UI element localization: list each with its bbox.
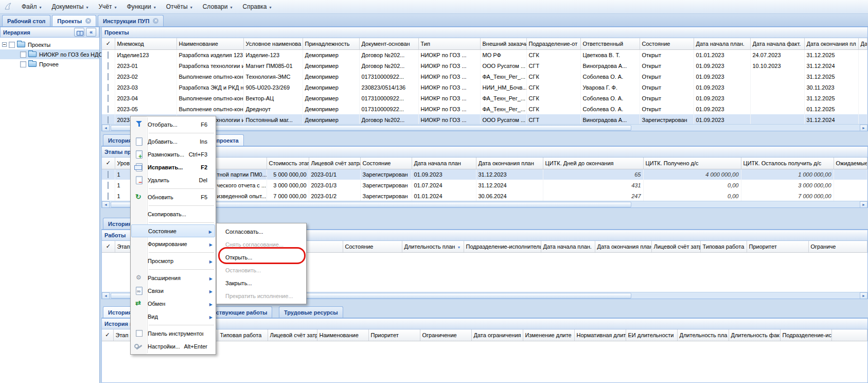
menubar-item[interactable]: Словари [198, 2, 238, 12]
column-header[interactable]: Уров [115, 158, 132, 169]
table-row[interactable]: 2023-05 Выполнение опытно-конс... Дредно… [102, 103, 867, 114]
table-row[interactable]: 2023-03 Разработка ЭКД и РКД н... 905-U0… [102, 82, 867, 93]
table-row[interactable]: 1 изведенной опыт... 7 000 000,00 2023-0… [102, 190, 867, 201]
check-column-header[interactable]: ✓ [102, 329, 113, 341]
column-header[interactable]: Подразделение-исполнитель. [464, 241, 541, 252]
column-header[interactable]: Ожидаемые [834, 158, 867, 169]
context-menu-item[interactable]: Связи [131, 284, 215, 297]
close-icon[interactable] [85, 18, 91, 24]
table-row[interactable]: 2023-01вар... Разработка технологии и...… [102, 114, 867, 124]
tree-item-other[interactable]: Прочее [0, 59, 99, 69]
column-header[interactable]: Дата окончания план [476, 158, 543, 169]
context-menu-item[interactable]: Добавить... Ins [131, 135, 215, 148]
submenu-item[interactable]: Согласовать... [217, 225, 306, 238]
tree-checkbox[interactable] [9, 42, 15, 48]
column-header[interactable]: Типовая работа [700, 241, 747, 252]
column-header[interactable]: Длительность фак [729, 329, 780, 341]
search-icon[interactable] [74, 28, 84, 37]
tab-projects[interactable]: Проекты [52, 15, 96, 26]
column-header[interactable]: Условное наименова [243, 38, 303, 49]
submenu-item[interactable]: Открыть... [217, 251, 306, 264]
column-header[interactable]: Длительность пла [677, 329, 729, 341]
column-header[interactable]: Дата окончания пл [804, 38, 858, 49]
column-header[interactable]: Документ-основан [359, 38, 418, 49]
column-header[interactable]: Лицевой счёт затр [651, 241, 700, 252]
column-header[interactable]: Тип [418, 38, 480, 49]
check-column-header[interactable]: ✓ [102, 158, 115, 169]
table-row[interactable]: 1 тной партии ПМ0... 5 000 000,00 2023-0… [102, 169, 867, 180]
column-header[interactable]: Дата окончания ф [858, 38, 867, 49]
column-header[interactable]: Дата ограничения [471, 329, 523, 341]
row-checkbox[interactable] [108, 182, 109, 189]
row-checkbox[interactable] [108, 62, 109, 69]
row-checkbox[interactable] [108, 51, 109, 59]
row-checkbox[interactable] [108, 193, 109, 200]
column-header[interactable]: Нормативная длит [574, 329, 626, 341]
column-header[interactable]: Состояние [640, 38, 694, 49]
context-menu-item[interactable]: Формирование [131, 237, 215, 250]
menubar-item[interactable]: Файл [16, 2, 47, 12]
table-row[interactable]: 2023-01 Разработка технологии и... Магни… [102, 60, 867, 71]
context-menu-item[interactable]: Исправить... F2 [131, 161, 215, 173]
collapse-node-icon[interactable] [2, 42, 7, 47]
context-menu-item[interactable]: Расширения [131, 271, 215, 284]
column-header[interactable]: Принадлежность [303, 38, 359, 49]
close-icon[interactable] [153, 18, 158, 24]
column-header[interactable]: Мнемокод [115, 38, 176, 49]
column-header[interactable] [831, 329, 867, 341]
scroll-right-icon[interactable]: ► [860, 201, 867, 208]
column-header[interactable]: Приоритет [747, 241, 808, 252]
menubar-item[interactable]: Учёт [93, 2, 121, 12]
context-menu-item[interactable]: Панель инструментов [131, 327, 215, 340]
column-header[interactable]: Дата окончания план [595, 241, 651, 252]
column-header[interactable]: ЦИТК. Получено д/с [643, 158, 741, 169]
column-header[interactable]: Приоритет [368, 329, 420, 341]
context-menu-item[interactable]: Обновить F5 [131, 190, 215, 203]
scroll-right-icon[interactable]: ► [860, 125, 867, 131]
column-header[interactable]: Дата начала план. [694, 38, 750, 49]
tab-desktop[interactable]: Рабочий стол [2, 15, 50, 26]
scroll-left-icon[interactable]: ◄ [102, 201, 110, 208]
context-menu-item[interactable]: Просмотр [131, 254, 215, 267]
scroll-left-icon[interactable]: ◄ [102, 125, 110, 131]
column-header[interactable]: ЦИТК. Дней до окончания [543, 158, 643, 169]
row-checkbox[interactable] [108, 116, 109, 124]
context-menu-item[interactable]: Скопировать... [131, 207, 215, 220]
scroll-left-icon[interactable]: ◄ [102, 292, 110, 299]
table-row[interactable]: Изделие123 Разработка изделия 123 Издели… [102, 49, 867, 60]
column-header[interactable]: Лицевой счёт затр [268, 329, 317, 341]
row-checkbox[interactable] [108, 171, 109, 178]
column-header[interactable]: Изменение длите [523, 329, 574, 341]
menubar-item[interactable]: Отчёты [161, 2, 198, 12]
column-header[interactable]: Ограниче [808, 241, 867, 252]
context-menu-item[interactable]: Вид [131, 310, 215, 323]
column-header[interactable]: Подразделение-ис [780, 329, 831, 341]
row-checkbox[interactable] [108, 106, 109, 113]
column-header[interactable]: Лицевой счёт затрат. [309, 158, 360, 169]
context-menu-item[interactable]: Удалить Del [131, 173, 215, 186]
menubar-item[interactable]: Документы [47, 2, 94, 12]
column-header[interactable]: Ограничение [420, 329, 471, 341]
scroll-right-icon[interactable]: ► [860, 292, 867, 299]
table-row[interactable]: 1 ческого отчета с ... 3 000 000,00 2023… [102, 180, 867, 190]
menubar-item[interactable]: Справка [237, 2, 276, 12]
column-header[interactable]: Внешний заказчик [480, 38, 526, 49]
column-header[interactable]: Наименование [176, 38, 243, 49]
column-header[interactable]: ЦИТК. Осталось получить д/с [741, 158, 834, 169]
context-menu-item[interactable]: Размножить... Ctrl+F3 [131, 148, 215, 161]
tree-checkbox[interactable] [20, 51, 26, 58]
tab-labor-resources[interactable]: Трудовые ресурсы [279, 306, 343, 318]
context-menu-item[interactable]: Состояние [131, 224, 215, 237]
column-header[interactable]: Стоимость этапа [267, 158, 309, 169]
tree-item-niokr[interactable]: НИОКР по ГОЗ без НДС [0, 49, 99, 59]
context-menu-item[interactable]: Настройки... Alt+Enter [131, 340, 215, 353]
column-header[interactable]: Дата начала план [412, 158, 476, 169]
column-header[interactable]: Подразделение-от [526, 38, 580, 49]
table-row[interactable]: 2023-04 Выполнение опытно-конс... Вектор… [102, 93, 867, 103]
column-header[interactable]: Наименование [317, 329, 368, 341]
column-header[interactable]: Дата начала факт. [750, 38, 804, 49]
tree-item-projects[interactable]: Проекты [0, 40, 99, 49]
context-menu-item[interactable]: Отобрать... F6 [131, 118, 215, 131]
row-checkbox[interactable] [108, 95, 109, 102]
column-header[interactable]: Типовая работа [218, 329, 268, 341]
